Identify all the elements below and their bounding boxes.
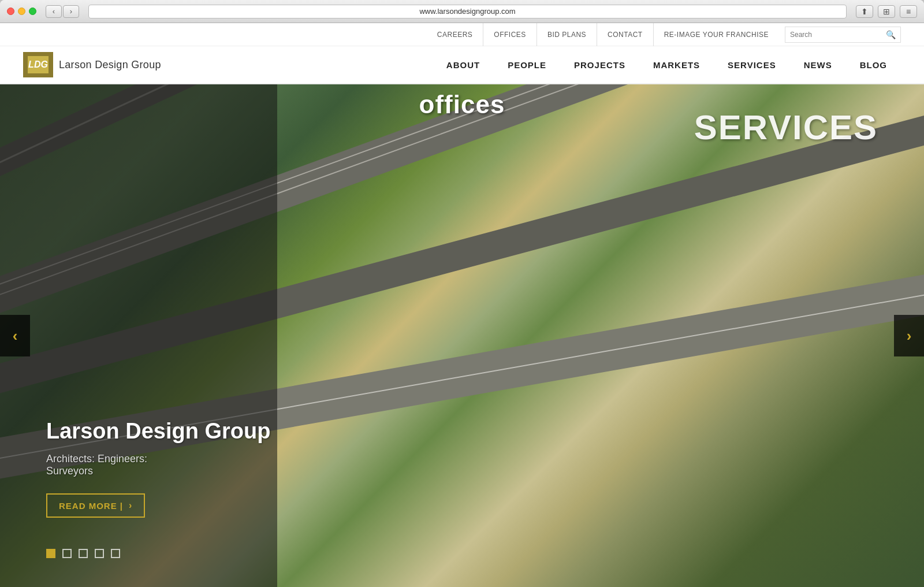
website-content: CAREERS OFFICES BID PLANS CONTACT RE-IMA…: [0, 23, 924, 587]
maximize-button[interactable]: [29, 8, 36, 15]
utility-nav-careers[interactable]: CAREERS: [427, 23, 484, 46]
nav-blog[interactable]: BLOG: [846, 46, 901, 84]
share-button[interactable]: ⬆: [856, 5, 873, 18]
logo-company-name: Larson Design Group: [59, 59, 161, 71]
menu-button[interactable]: ≡: [900, 5, 917, 18]
logo-icon: LDG: [23, 52, 53, 77]
slide-dot-2[interactable]: [62, 549, 72, 558]
offices-overlay: offices: [419, 90, 505, 119]
prev-slide-button[interactable]: ‹: [0, 315, 30, 356]
logo-abbreviation: LDG: [28, 60, 48, 70]
search-container: 🔍: [785, 27, 901, 43]
slide-dot-4[interactable]: [95, 549, 104, 558]
arrow-right-icon: ›: [907, 327, 912, 345]
forward-button[interactable]: ›: [63, 5, 79, 18]
read-more-arrow-icon: ›: [129, 500, 132, 511]
utility-nav: CAREERS OFFICES BID PLANS CONTACT RE-IMA…: [427, 23, 779, 46]
url-text: www.larsondesigngroup.com: [419, 7, 515, 16]
slide-dot-5[interactable]: [111, 549, 120, 558]
slide-content: Larson Design Group Architects: Engineer…: [46, 419, 270, 518]
services-overlay: ServicES: [694, 107, 878, 147]
utility-bar: CAREERS OFFICES BID PLANS CONTACT RE-IMA…: [0, 23, 924, 46]
main-nav: ABOUT PEOPLE PROJECTS MARKETS SERVICES N…: [433, 46, 901, 84]
browser-titlebar: ‹ › www.larsondesigngroup.com ⬆ ⊞ ≡: [0, 0, 924, 23]
utility-nav-bid-plans[interactable]: BID PLANS: [537, 23, 597, 46]
offices-text: offices: [419, 90, 505, 118]
bookmark-button[interactable]: ⊞: [878, 5, 895, 18]
arrow-left-icon: ‹: [13, 327, 18, 345]
browser-actions: ⬆ ⊞ ≡: [856, 5, 917, 18]
slide-dot-3[interactable]: [79, 549, 88, 558]
nav-news[interactable]: NEWS: [790, 46, 846, 84]
nav-buttons: ‹ ›: [46, 5, 79, 18]
nav-people[interactable]: PEOPLE: [494, 46, 560, 84]
utility-nav-contact[interactable]: CONTACT: [597, 23, 654, 46]
read-more-label: READ MORE |: [59, 501, 123, 511]
logo-area[interactable]: LDG Larson Design Group: [23, 52, 161, 77]
nav-markets[interactable]: MARKETS: [639, 46, 714, 84]
read-more-button[interactable]: READ MORE | ›: [46, 493, 145, 518]
back-button[interactable]: ‹: [46, 5, 62, 18]
traffic-lights: [7, 8, 36, 15]
slide-dots: [46, 549, 120, 558]
utility-nav-offices[interactable]: OFFICES: [483, 23, 537, 46]
url-bar[interactable]: www.larsondesigngroup.com: [88, 5, 847, 18]
close-button[interactable]: [7, 8, 14, 15]
hero-slider: offices ServicES ‹ › Larson Design Group…: [0, 84, 924, 587]
minimize-button[interactable]: [18, 8, 25, 15]
search-icon[interactable]: 🔍: [886, 30, 896, 39]
nav-projects[interactable]: PROJECTS: [560, 46, 639, 84]
slide-dot-1[interactable]: [46, 549, 55, 558]
logo-icon-inner: LDG: [28, 56, 49, 73]
slide-subtitle: Architects: Engineers:Surveyors: [46, 453, 270, 477]
next-slide-button[interactable]: ›: [894, 315, 924, 356]
services-text: ServicES: [694, 108, 878, 147]
search-input[interactable]: [790, 31, 882, 39]
nav-services[interactable]: SERVICES: [714, 46, 790, 84]
nav-about[interactable]: ABOUT: [433, 46, 494, 84]
browser-window: ‹ › www.larsondesigngroup.com ⬆ ⊞ ≡ CARE…: [0, 0, 924, 587]
slide-title: Larson Design Group: [46, 419, 270, 444]
utility-nav-reimage[interactable]: RE-IMAGE YOUR FRANCHISE: [654, 23, 779, 46]
main-header: LDG Larson Design Group ABOUT PEOPLE PRO…: [0, 46, 924, 84]
